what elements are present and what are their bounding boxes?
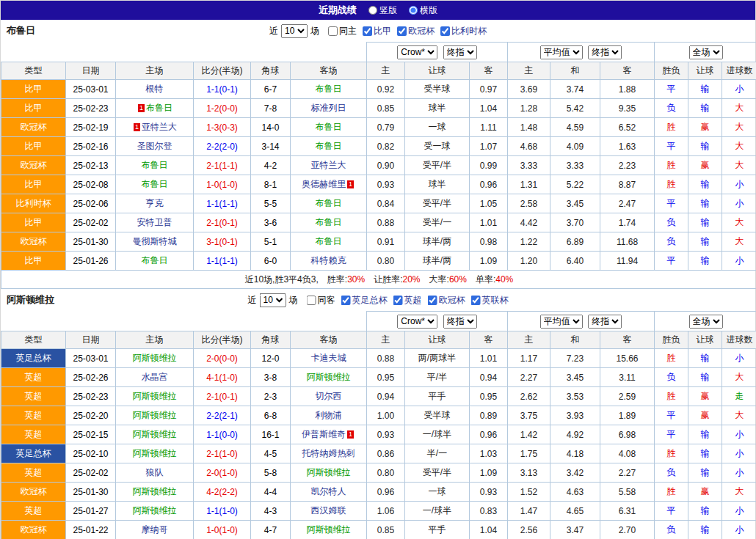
league-checkbox[interactable] [428,296,437,305]
away-team-name[interactable]: 利物浦 [316,410,342,420]
home-team-name[interactable]: 圣图尔登 [137,141,172,151]
horizontal-layout-radio[interactable] [409,6,418,15]
league-filter[interactable]: 英联杯 [471,294,509,307]
league-checkbox[interactable] [397,26,407,36]
league-filter[interactable]: 比利时杯 [440,25,487,37]
home-team-name[interactable]: 阿斯顿维拉 [133,353,177,363]
home-team-name[interactable]: 阿斯顿维拉 [133,486,177,496]
away-team-name[interactable]: 凯尔特人 [311,486,346,496]
score-cell[interactable]: 2-1(1-0) [194,444,251,463]
score-cell[interactable]: 1-0(1-0) [194,175,251,194]
vertical-layout-radio[interactable] [368,6,377,15]
score-cell[interactable]: 2-2(2-0) [194,137,251,156]
score-cell[interactable]: 1-1(0-1) [194,80,251,99]
home-team-name[interactable]: 阿斯顿维拉 [133,410,177,420]
away-team-name[interactable]: 卡迪夫城 [311,353,346,363]
away-team-name[interactable]: 布鲁日 [316,141,342,151]
away-team-name[interactable]: 奥德赫维里 [302,179,346,189]
away-team-name[interactable]: 托特纳姆热刺 [302,448,355,458]
home-team-name[interactable]: 水晶宫 [142,372,168,382]
league-checkbox[interactable] [341,296,351,305]
home-team-name[interactable]: 亚特兰大 [142,122,177,132]
away-team-name[interactable]: 布鲁日 [316,122,342,132]
layout-option-horizontal[interactable]: 横版 [409,4,437,17]
league-checkbox[interactable] [440,26,450,36]
away-team-name[interactable]: 标准列日 [311,103,346,113]
score-cell[interactable]: 2-0(0-0) [194,349,251,368]
team-name-link[interactable]: 阿斯顿维拉 [7,293,54,307]
score-cell[interactable]: 1-1(1-1) [194,194,251,213]
score-cell[interactable]: 1-2(0-0) [194,99,251,118]
home-team-cell: 布鲁日 [116,175,194,194]
league-checkbox[interactable] [471,296,481,305]
score-cell[interactable]: 1-1(0-0) [194,425,251,444]
league-filter[interactable]: 比甲 [363,25,391,37]
score-cell[interactable]: 1-1(1-1) [194,252,251,271]
scope-select[interactable]: 全场 [689,45,723,59]
home-team-name[interactable]: 阿斯顿维拉 [133,429,177,439]
home-team-name[interactable]: 亨克 [146,198,164,208]
home-team-name[interactable]: 曼彻斯特城 [133,236,177,246]
bookmaker-select[interactable]: Crow* [397,315,437,329]
final-odds-select-2[interactable]: 终指 [588,45,622,59]
away-team-name[interactable]: 布鲁日 [316,236,342,246]
team-name-link[interactable]: 布鲁日 [7,24,35,37]
home-team-name[interactable]: 阿斯顿维拉 [133,391,177,401]
same-venue-filter[interactable]: 同客 [307,294,335,307]
home-team-name[interactable]: 布鲁日 [146,103,172,113]
home-team-name[interactable]: 布鲁日 [142,179,168,189]
score-cell[interactable]: 2-1(0-1) [194,213,251,232]
scope-select[interactable]: 全场 [689,315,723,329]
score-cell[interactable]: 2-1(1-1) [194,156,251,175]
home-team-name[interactable]: 布鲁日 [142,255,168,265]
same-venue-filter[interactable]: 同主 [328,25,357,37]
final-odds-select[interactable]: 终指 [443,45,477,59]
home-team-name[interactable]: 摩纳哥 [142,524,168,535]
average-select[interactable]: 平均值 [540,45,583,59]
home-team-name[interactable]: 安特卫普 [137,217,172,227]
away-team-name[interactable]: 亚特兰大 [311,160,346,170]
away-team-name[interactable]: 科特赖克 [311,255,346,265]
same-venue-checkbox[interactable] [328,26,338,36]
league-filter[interactable]: 英足总杯 [341,294,388,307]
away-team-name[interactable]: 阿斯顿维拉 [307,524,351,535]
away-team-name[interactable]: 布鲁日 [316,84,342,94]
score-cell[interactable]: 2-1(0-1) [194,387,251,406]
score-cell[interactable]: 1-3(0-3) [194,118,251,137]
away-team-name[interactable]: 切尔西 [316,391,342,401]
home-odds: 0.82 [367,137,405,156]
home-team-name[interactable]: 布鲁日 [142,160,168,170]
away-team-name[interactable]: 伊普斯维奇 [302,429,346,439]
away-team-name[interactable]: 阿斯顿维拉 [307,467,351,477]
score-cell[interactable]: 1-1(1-0) [194,502,251,521]
home-team-name[interactable]: 阿斯顿维拉 [133,448,177,458]
league-filter[interactable]: 英超 [393,294,422,307]
away-team-name[interactable]: 西汉姆联 [311,505,346,516]
same-venue-checkbox[interactable] [307,296,316,305]
away-odds: 1.09 [470,463,508,483]
score-cell[interactable]: 4-2(2-2) [194,483,251,502]
score-cell[interactable]: 3-1(0-1) [194,232,251,252]
league-checkbox[interactable] [363,26,372,36]
league-filter[interactable]: 欧冠杯 [428,294,465,307]
home-team-name[interactable]: 根特 [146,84,164,94]
score-cell[interactable]: 2-2(2-1) [194,406,251,425]
bookmaker-select[interactable]: Crow* [397,45,437,59]
league-checkbox[interactable] [393,296,403,305]
layout-option-vertical[interactable]: 竖版 [368,4,397,17]
league-filter[interactable]: 欧冠杯 [397,25,435,37]
home-team-name[interactable]: 阿斯顿维拉 [133,505,177,516]
score-cell[interactable]: 2-0(1-0) [194,463,251,483]
away-team-name[interactable]: 布鲁日 [316,217,342,227]
average-select[interactable]: 平均值 [540,315,583,329]
score-cell[interactable]: 1-0(1-0) [194,521,251,539]
match-count-select[interactable]: 10 [260,293,286,307]
final-odds-select[interactable]: 终指 [443,315,477,329]
away-team-name[interactable]: 阿斯顿维拉 [307,372,351,382]
final-odds-select-2[interactable]: 终指 [588,315,622,329]
match-count-select[interactable]: 10 [281,24,308,38]
result-handicap: 赢 [688,387,722,406]
home-team-name[interactable]: 狼队 [146,467,164,477]
away-team-name[interactable]: 布鲁日 [316,198,342,208]
score-cell[interactable]: 4-1(1-0) [194,368,251,387]
